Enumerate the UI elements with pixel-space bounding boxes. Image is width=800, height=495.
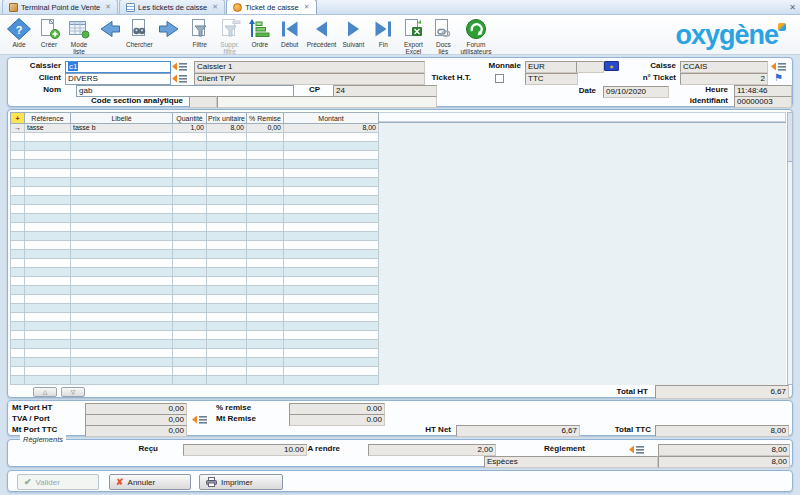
- empty-line-row[interactable]: [11, 250, 379, 259]
- empty-line-row[interactable]: [11, 304, 379, 313]
- ticket-ht-checkbox[interactable]: [495, 74, 504, 83]
- nav-back-icon: [96, 17, 122, 41]
- caissier-input[interactable]: c1: [65, 61, 171, 73]
- window-close-icon[interactable]: ✕: [789, 3, 796, 12]
- table-header-extension: [379, 112, 786, 122]
- empty-line-row[interactable]: [11, 151, 379, 160]
- toolbar-label: Début: [281, 41, 298, 48]
- empty-line-row[interactable]: [11, 223, 379, 232]
- export-excel-button[interactable]: ExportExcel: [398, 17, 428, 55]
- chercher-icon: [126, 17, 152, 41]
- flag-pennant-icon[interactable]: ⚑: [774, 73, 783, 83]
- empty-line-row[interactable]: [11, 169, 379, 178]
- toolbar-label: Docs: [436, 41, 451, 48]
- check-icon: ✔: [24, 477, 32, 487]
- vertical-scrollbar[interactable]: [787, 112, 793, 385]
- empty-line-row[interactable]: [11, 340, 379, 349]
- close-tab-icon[interactable]: ✕: [212, 3, 218, 11]
- empty-line-row[interactable]: [11, 349, 379, 358]
- valider-button[interactable]: ✔ Valider: [17, 474, 99, 490]
- filtre-button[interactable]: Filtre: [185, 17, 215, 48]
- tab-les-tickets-de-caisse[interactable]: Les tickets de caisse ✕: [119, 0, 225, 14]
- caisse-lookup-button[interactable]: [770, 61, 787, 72]
- forum-utilisateurs-button[interactable]: Forumutilisateurs: [458, 17, 493, 55]
- empty-line-row[interactable]: [11, 376, 379, 385]
- empty-line-row[interactable]: [11, 268, 379, 277]
- empty-line-row[interactable]: [11, 133, 379, 142]
- code-section-small-field: [189, 96, 217, 108]
- oxygene-logo: oxygène: [675, 22, 796, 48]
- caissier-lookup-button[interactable]: [171, 61, 188, 72]
- caisse-field: CCAIS: [680, 61, 768, 73]
- mode-liste-button[interactable]: Modeliste: [64, 17, 94, 55]
- empty-line-row[interactable]: [11, 259, 379, 268]
- move-line-up-button[interactable]: △: [33, 387, 57, 397]
- toolbar-label: liés: [438, 48, 448, 55]
- empty-line-row[interactable]: [11, 241, 379, 250]
- empty-line-row[interactable]: [11, 214, 379, 223]
- tab-ticket-de-caisse[interactable]: Ticket de caisse ✕: [226, 0, 316, 14]
- debut-icon: [277, 17, 303, 41]
- client-lookup-button[interactable]: [171, 73, 188, 84]
- lookup-list-icon: [770, 61, 787, 72]
- imprimer-button[interactable]: Imprimer: [199, 474, 283, 490]
- action-bar: ✔ Valider ✘ Annuler Imprimer: [7, 470, 793, 492]
- toolbar-label: Suppr.: [220, 41, 239, 48]
- close-tab-icon[interactable]: ✕: [105, 3, 111, 11]
- ticket-line-cell[interactable]: 0,00: [247, 124, 284, 133]
- empty-line-row[interactable]: [11, 277, 379, 286]
- empty-line-row[interactable]: [11, 196, 379, 205]
- nav-forward-button[interactable]: [155, 17, 185, 41]
- empty-line-row[interactable]: [11, 358, 379, 367]
- empty-line-row[interactable]: [11, 322, 379, 331]
- creer-button[interactable]: Créer: [34, 17, 64, 48]
- mode-reglement-field[interactable]: Espèces: [484, 456, 658, 468]
- precedent-button[interactable]: Précédent: [305, 17, 339, 48]
- ticket-line-row[interactable]: →tassetasse b1,008,000,008,00: [11, 124, 379, 133]
- reglement-lookup-button[interactable]: [628, 444, 645, 455]
- ticket-ht-label: Ticket H.T.: [398, 73, 471, 83]
- fin-button[interactable]: Fin: [368, 17, 398, 48]
- ticket-line-cell[interactable]: 8,00: [207, 124, 247, 133]
- nav-forward-icon: [157, 17, 183, 41]
- empty-line-row[interactable]: [11, 331, 379, 340]
- empty-line-row[interactable]: [11, 313, 379, 322]
- scrollbar-thumb[interactable]: [788, 113, 792, 162]
- nav-back-button[interactable]: [94, 17, 124, 41]
- num-ticket-field: 2: [680, 73, 768, 85]
- docs-lies-button[interactable]: Docsliés: [428, 17, 458, 55]
- ticket-line-cell[interactable]: tasse: [25, 124, 71, 133]
- tva-lookup-button[interactable]: [191, 414, 208, 425]
- ticket-line-cell[interactable]: tasse b: [71, 124, 173, 133]
- client-input[interactable]: DIVERS: [65, 73, 171, 85]
- empty-line-row[interactable]: [11, 286, 379, 295]
- empty-line-row[interactable]: [11, 367, 379, 376]
- ticket-lines-table[interactable]: + Référence Libellé Quantité Prix unitai…: [10, 112, 379, 385]
- ticket-line-cell[interactable]: 1,00: [173, 124, 207, 133]
- code-section-field[interactable]: [217, 96, 437, 108]
- annuler-button[interactable]: ✘ Annuler: [109, 474, 191, 490]
- empty-line-row[interactable]: [11, 232, 379, 241]
- ticket-line-cell[interactable]: →: [11, 124, 25, 133]
- ordre-button[interactable]: Ordre: [245, 17, 275, 48]
- caisse-label: Caisse: [608, 61, 676, 71]
- empty-line-row[interactable]: [11, 187, 379, 196]
- ticket-line-cell[interactable]: 8,00: [284, 124, 379, 133]
- client-label: Client: [8, 73, 61, 83]
- aide-button[interactable]: ?Aide: [4, 17, 34, 48]
- suivant-button[interactable]: Suivant: [338, 17, 368, 48]
- empty-line-row[interactable]: [11, 295, 379, 304]
- tab-terminal-point-de-vente[interactable]: Terminal Point de Vente ✕: [2, 0, 118, 14]
- mt-remise-field[interactable]: 0.00: [289, 414, 385, 426]
- debut-button[interactable]: Début: [275, 17, 305, 48]
- empty-line-row[interactable]: [11, 160, 379, 169]
- empty-line-row[interactable]: [11, 142, 379, 151]
- empty-line-row[interactable]: [11, 205, 379, 214]
- empty-line-row[interactable]: [11, 178, 379, 187]
- chercher-button[interactable]: Chercher: [124, 17, 155, 48]
- suppr-filtre-button[interactable]: Suppr.filtre: [215, 17, 245, 55]
- add-line-button[interactable]: +: [11, 113, 25, 124]
- close-tab-icon[interactable]: ✕: [304, 3, 310, 11]
- mt-port-ht-label: Mt Port HT: [12, 403, 52, 413]
- move-line-down-button[interactable]: ▽: [61, 387, 85, 397]
